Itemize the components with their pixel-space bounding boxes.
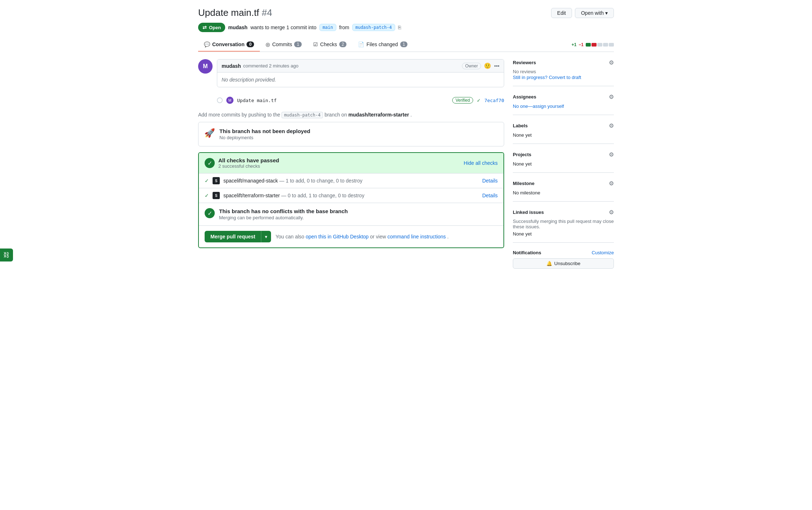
sidebar-projects: Projects ⚙ None yet xyxy=(513,151,614,173)
no-conflicts-section: ✓ This branch has no conflicts with the … xyxy=(199,203,503,225)
no-conflicts-icon: ✓ xyxy=(205,208,215,218)
tab-files-label: Files changed xyxy=(366,41,398,47)
merge-dropdown-button[interactable]: ▾ xyxy=(261,231,271,242)
push-info-branch: mudash-patch-4 xyxy=(281,112,323,118)
comment-body-text: No description provided. xyxy=(222,77,276,83)
sidebar-reviewers-text: No reviews xyxy=(513,69,614,74)
tab-checks[interactable]: ☑ Checks 2 xyxy=(307,38,352,52)
check-details-link-2[interactable]: Details xyxy=(482,193,498,198)
checks-title: All checks have passed xyxy=(218,157,279,163)
commit-item: M Update main.tf Verified ✓ 7ecaf70 xyxy=(217,93,504,107)
sidebar-assignees-header: Assignees ⚙ xyxy=(513,93,614,100)
tab-commits-label: Commits xyxy=(272,41,292,47)
commit-verified-badge: Verified xyxy=(452,97,473,104)
notifications-customize-link[interactable]: Customize xyxy=(592,250,614,255)
commit-hash-link[interactable]: 7ecaf70 xyxy=(484,98,504,103)
check-tick-icon: ✓ xyxy=(205,193,209,198)
sidebar-notifications-header: Notifications Customize xyxy=(513,250,614,255)
sidebar-notifications: Notifications Customize 🔔 Unsubscribe xyxy=(513,250,614,274)
spacelift-sidebar-button[interactable]: ⛓ xyxy=(0,249,13,261)
sidebar-reviewers-header: Reviewers ⚙ xyxy=(513,59,614,66)
tab-conversation-count: 0 xyxy=(246,41,254,47)
check-name-text: spacelift/managed-stack xyxy=(223,178,278,184)
checks-box: ✓ All checks have passed 2 successful ch… xyxy=(198,152,504,248)
tab-commits-count: 1 xyxy=(294,41,302,47)
base-branch-tag[interactable]: main xyxy=(319,24,336,31)
diff-deletions: −1 xyxy=(579,42,584,47)
diff-bar-segment-3 xyxy=(597,43,602,47)
comment-wrapper: M mudash commented 2 minutes ago Owner 🙂… xyxy=(198,59,504,87)
emoji-button[interactable]: 🙂 xyxy=(484,62,491,69)
assignees-gear-icon[interactable]: ⚙ xyxy=(609,93,614,100)
commit-avatar: M xyxy=(226,97,233,104)
sidebar-labels-title: Labels xyxy=(513,123,528,128)
more-options-button[interactable]: ••• xyxy=(494,63,499,69)
command-line-link[interactable]: command line instructions xyxy=(388,234,446,239)
no-conflicts-title: This branch has no conflicts with the ba… xyxy=(219,208,348,214)
tab-files-changed[interactable]: 📄 Files changed 1 xyxy=(352,38,413,52)
push-info-mid: branch on xyxy=(324,112,347,118)
check-details-link-1[interactable]: Details xyxy=(482,178,498,184)
tab-files-count: 1 xyxy=(400,41,408,47)
sidebar-labels-text: None yet xyxy=(513,132,532,138)
merge-button-wrapper: Merge pull request ▾ xyxy=(205,231,271,242)
labels-gear-icon[interactable]: ⚙ xyxy=(609,122,614,129)
comment-box: mudash commented 2 minutes ago Owner 🙂 •… xyxy=(217,59,504,87)
comment-author[interactable]: mudash xyxy=(222,63,241,69)
pr-author: mudash xyxy=(228,25,248,30)
check-detail-text-2: — 0 to add, 1 to change, 0 to destroy xyxy=(281,193,364,198)
check-detail-text: — 1 to add, 0 to change, 0 to destroy xyxy=(279,178,362,184)
unsubscribe-button[interactable]: 🔔 Unsubscribe xyxy=(513,258,614,269)
github-desktop-link[interactable]: open this in GitHub Desktop xyxy=(306,234,368,239)
sidebar-assignees-link[interactable]: No one—assign yourself xyxy=(513,104,564,109)
sidebar-milestone-text: No milestone xyxy=(513,190,540,195)
owner-badge: Owner xyxy=(462,63,481,69)
pr-title-text: Update main.tf xyxy=(198,7,259,18)
open-with-label: Open with xyxy=(581,10,604,16)
files-icon: 📄 xyxy=(358,41,364,47)
sidebar-reviewers-title: Reviewers xyxy=(513,60,536,65)
sidebar-linked-issues: Linked issues ⚙ Successfully merging thi… xyxy=(513,209,614,243)
milestone-gear-icon[interactable]: ⚙ xyxy=(609,180,614,187)
push-info-text: Add more commits by pushing to the xyxy=(198,112,280,118)
convert-to-draft-link[interactable]: Still in progress? Convert to draft xyxy=(513,75,581,80)
comment-header-right: Owner 🙂 ••• xyxy=(462,62,499,69)
no-conflicts-info: This branch has no conflicts with the ba… xyxy=(219,208,348,220)
comment-header: mudash commented 2 minutes ago Owner 🙂 •… xyxy=(217,60,504,72)
head-branch-tag[interactable]: mudash-patch-4 xyxy=(352,24,395,31)
linked-issues-gear-icon[interactable]: ⚙ xyxy=(609,209,614,216)
commits-icon: ◎ xyxy=(266,41,270,47)
sidebar-projects-title: Projects xyxy=(513,152,531,157)
sidebar-linked-issues-description: Successfully merging this pull request m… xyxy=(513,219,614,229)
open-with-button[interactable]: Open with ▾ xyxy=(575,8,614,18)
reviewers-gear-icon[interactable]: ⚙ xyxy=(609,59,614,66)
merge-pull-request-button[interactable]: Merge pull request xyxy=(205,231,261,242)
sidebar-linked-issues-header: Linked issues ⚙ xyxy=(513,209,614,216)
comment-body: No description provided. xyxy=(217,72,504,87)
check-name-2: spacelift/terraform-starter — 0 to add, … xyxy=(223,193,479,198)
sidebar-assignees: Assignees ⚙ No one—assign yourself xyxy=(513,93,614,115)
tab-checks-label: Checks xyxy=(320,41,337,47)
spacelift-check-icon: S xyxy=(213,177,220,184)
sidebar-linked-issues-text: None yet xyxy=(513,231,532,237)
diff-bar-segment-1 xyxy=(586,43,591,47)
tabs-bar: 💬 Conversation 0 ◎ Commits 1 ☑ Checks 2 … xyxy=(198,38,614,52)
hide-all-checks-link[interactable]: Hide all checks xyxy=(464,160,498,166)
edit-button[interactable]: Edit xyxy=(551,8,572,18)
sidebar: Reviewers ⚙ No reviews Still in progress… xyxy=(513,59,614,282)
copy-icon[interactable]: ⎘ xyxy=(398,25,401,30)
projects-gear-icon[interactable]: ⚙ xyxy=(609,151,614,158)
push-info: Add more commits by pushing to the mudas… xyxy=(198,107,504,122)
tab-commits[interactable]: ◎ Commits 1 xyxy=(260,38,307,52)
comment-header-left: mudash commented 2 minutes ago xyxy=(222,63,298,69)
tab-conversation[interactable]: 💬 Conversation 0 xyxy=(198,38,260,52)
diff-stats: +1 −1 xyxy=(572,42,614,47)
sidebar-projects-text: None yet xyxy=(513,161,532,167)
checks-subtitle: 2 successful checks xyxy=(218,163,279,169)
tab-checks-count: 2 xyxy=(339,41,347,47)
commit-message: Update main.tf xyxy=(237,98,277,103)
merge-info-end: . xyxy=(447,234,449,239)
merge-info: You can also open this in GitHub Desktop… xyxy=(275,234,449,239)
checks-icon: ☑ xyxy=(313,41,318,47)
spacelift-check-icon-2: S xyxy=(213,192,220,199)
